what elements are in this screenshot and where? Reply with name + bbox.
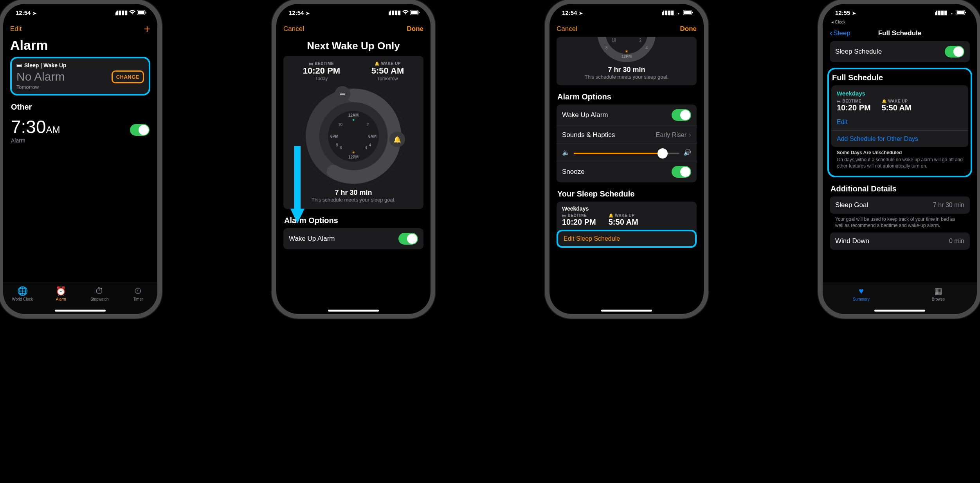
page-title: Alarm bbox=[10, 38, 150, 53]
bed-icon: 🛏 bbox=[837, 99, 841, 103]
status-time: 12:55 ➤ bbox=[835, 9, 856, 16]
bedtime-value: 10:20 PM bbox=[837, 103, 871, 112]
goal-msg: This schedule meets your sleep goal. bbox=[560, 74, 693, 80]
wakeup-handle[interactable]: 🔔 bbox=[389, 132, 405, 147]
sleep-wake-card[interactable]: 🛏 Sleep | Wake Up No Alarm CHANGE Tomorr… bbox=[10, 57, 150, 96]
goal-msg: This schedule meets your sleep goal. bbox=[287, 197, 420, 203]
nav-bar: Cancel Done bbox=[549, 21, 704, 37]
annotation-arrow-icon bbox=[290, 146, 305, 224]
duration-text: 7 hr 30 min bbox=[287, 189, 420, 197]
done-button[interactable]: Done bbox=[407, 25, 424, 33]
wake-up-alarm-toggle[interactable] bbox=[398, 233, 418, 245]
page-title: Full Schedule bbox=[878, 29, 922, 37]
chevron-left-icon: ‹ bbox=[830, 28, 832, 38]
notch bbox=[589, 4, 664, 15]
tab-summary[interactable]: ♥Summary bbox=[838, 286, 885, 301]
stopwatch-icon: ⏱ bbox=[86, 286, 113, 296]
bedtime-value: 10:20 PM bbox=[303, 66, 340, 76]
bell-icon: 🔔 bbox=[393, 136, 401, 143]
edit-sleep-schedule-link[interactable]: Edit Sleep Schedule bbox=[564, 235, 620, 242]
status-icons: ▮▮▮▮ bbox=[661, 9, 693, 16]
snooze-row[interactable]: Snooze bbox=[557, 161, 697, 182]
wake-up-alarm-toggle[interactable] bbox=[672, 109, 691, 121]
sleep-goal-row[interactable]: Sleep Goal 7 hr 30 min bbox=[830, 196, 970, 214]
add-icon[interactable]: + bbox=[144, 23, 150, 35]
home-indicator[interactable] bbox=[55, 310, 106, 312]
svg-rect-11 bbox=[692, 12, 693, 13]
bedtime-block: 🛏BEDTIME 10:20 PM Today bbox=[303, 61, 340, 81]
sleep-goal-footnote: Your goal will be used to keep track of … bbox=[830, 214, 970, 232]
add-schedule-link[interactable]: Add Schedule for Other Days bbox=[831, 131, 968, 147]
svg-rect-4 bbox=[411, 11, 418, 14]
done-button[interactable]: Done bbox=[680, 25, 697, 33]
status-time: 12:54 ➤ bbox=[289, 9, 310, 16]
unscheduled-body: On days without a schedule no wake up al… bbox=[837, 157, 963, 169]
tab-timer[interactable]: ⏲Timer bbox=[124, 286, 152, 301]
other-alarm-time[interactable]: 7:30AM Alarm bbox=[11, 116, 60, 144]
other-alarm-label: Alarm bbox=[11, 137, 60, 144]
sounds-value: Early Riser bbox=[656, 132, 686, 139]
home-indicator[interactable] bbox=[328, 310, 379, 312]
nav-bar: Cancel Done bbox=[276, 21, 431, 37]
volume-slider-row[interactable]: 🔈 🔊 bbox=[557, 144, 697, 161]
other-section-head: Other bbox=[11, 103, 150, 112]
tab-world-clock[interactable]: 🌐World Clock bbox=[9, 286, 36, 301]
sleep-schedule-toggle[interactable] bbox=[945, 46, 964, 58]
back-button[interactable]: ‹Sleep bbox=[830, 28, 850, 38]
wakeup-value: 5:50 AM bbox=[882, 103, 912, 112]
status-icons: ▮▮▮▮ bbox=[935, 9, 966, 16]
svg-rect-15 bbox=[965, 12, 966, 13]
status-time: 12:54 ➤ bbox=[562, 9, 583, 16]
wake-up-alarm-row[interactable]: Wake Up Alarm bbox=[283, 228, 423, 249]
globe-icon: 🌐 bbox=[9, 286, 36, 296]
battery-icon bbox=[137, 9, 146, 16]
bedtime-value: 10:20 PM bbox=[562, 218, 596, 227]
sounds-haptics-row[interactable]: Sounds & Haptics Early Riser› bbox=[557, 126, 697, 144]
bed-icon: 🛏 bbox=[309, 61, 313, 66]
back-to-app[interactable]: ◂ Clock bbox=[823, 20, 977, 25]
sleep-schedule-row[interactable]: Sleep Schedule bbox=[830, 41, 970, 62]
home-indicator[interactable] bbox=[601, 310, 652, 312]
tab-stopwatch[interactable]: ⏱Stopwatch bbox=[86, 286, 113, 301]
tab-browse[interactable]: ▦Browse bbox=[915, 286, 962, 301]
tab-bar: 🌐World Clock ⏰Alarm ⏱Stopwatch ⏲Timer bbox=[3, 283, 157, 314]
bedtime-sub: Today bbox=[303, 76, 340, 81]
dial-6pm: 6PM bbox=[330, 134, 339, 139]
dial-6am: 6AM bbox=[368, 134, 377, 139]
cancel-button[interactable]: Cancel bbox=[557, 25, 577, 33]
status-icons: ▮▮▮▮ bbox=[115, 9, 146, 16]
volume-low-icon: 🔈 bbox=[562, 149, 570, 156]
nav-bar: Edit + bbox=[3, 21, 157, 37]
tab-alarm[interactable]: ⏰Alarm bbox=[47, 286, 75, 301]
svg-rect-10 bbox=[684, 11, 691, 14]
home-indicator[interactable] bbox=[874, 310, 925, 312]
alarm-options-head: Alarm Options bbox=[557, 92, 696, 101]
svg-marker-8 bbox=[290, 209, 304, 223]
sleep-dial[interactable]: 12AM ✦ 6AM 12PM ☀ 6PM 10 2 4 8 4 8 🛏 🔔 bbox=[303, 85, 404, 187]
edit-button[interactable]: Edit bbox=[10, 25, 22, 33]
notch bbox=[863, 4, 937, 15]
wind-down-row[interactable]: Wind Down 0 min bbox=[830, 232, 970, 250]
duration-text: 7 hr 30 min bbox=[560, 66, 693, 74]
bed-icon: 🛏 bbox=[16, 62, 22, 68]
wake-up-alarm-row[interactable]: Wake Up Alarm bbox=[557, 105, 697, 126]
full-schedule-head: Full Schedule bbox=[832, 73, 967, 82]
wakeup-block: 🔔WAKE UP 5:50 AM Tomorrow bbox=[371, 61, 404, 81]
dial-peek[interactable]: 12PM ☀ 8 10 2 4 bbox=[576, 37, 677, 64]
dial-12pm: 12PM bbox=[348, 155, 358, 159]
status-icons: ▮▮▮▮ bbox=[388, 9, 420, 16]
bed-icon: 🛏 bbox=[562, 213, 566, 218]
cancel-button[interactable]: Cancel bbox=[283, 25, 304, 33]
sleep-goal-value: 7 hr 30 min bbox=[933, 202, 964, 209]
heart-icon: ♥ bbox=[838, 286, 885, 296]
change-button[interactable]: CHANGE bbox=[112, 70, 144, 83]
volume-high-icon: 🔊 bbox=[683, 149, 691, 156]
volume-slider[interactable] bbox=[574, 153, 679, 154]
nav-bar: ‹Sleep Full Schedule bbox=[823, 25, 977, 41]
phone-2-next-wakeup: 12:54 ➤ ▮▮▮▮ Cancel Done Next Wake Up On… bbox=[276, 4, 431, 314]
bedtime-handle[interactable]: 🛏 bbox=[335, 86, 350, 102]
alarm-icon: ⏰ bbox=[47, 286, 75, 296]
edit-schedule-link[interactable]: Edit bbox=[831, 114, 968, 131]
other-alarm-toggle[interactable] bbox=[130, 124, 150, 136]
snooze-toggle[interactable] bbox=[672, 166, 691, 178]
